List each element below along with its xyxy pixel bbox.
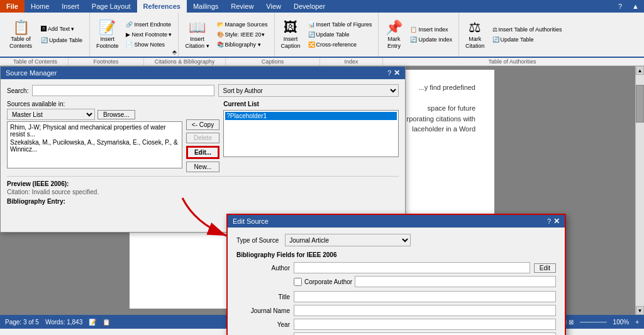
bibliography-btn[interactable]: 📚 Bibliography ▾ bbox=[214, 40, 270, 49]
year-input[interactable] bbox=[294, 319, 556, 330]
mark-entry-big-btn[interactable]: 📌 MarkEntry bbox=[382, 18, 405, 51]
toc-big-btn[interactable]: 📋 Table ofContents bbox=[6, 18, 35, 52]
scrollbar-vertical[interactable]: ▲ ▼ bbox=[635, 66, 644, 315]
insert-caption-big-btn[interactable]: 🖼 InsertCaption bbox=[279, 18, 303, 51]
ribbon-group-labels: Table of Contents Footnotes Citations & … bbox=[0, 58, 644, 66]
master-list-select: Master List Browse... bbox=[7, 109, 182, 120]
scrollbar-thumb[interactable] bbox=[636, 85, 644, 123]
source-manager-body: Search: Sort by Author Sources available… bbox=[1, 79, 405, 232]
scroll-down-btn[interactable]: ▼ bbox=[636, 306, 644, 315]
close-edit-icon[interactable]: ✕ bbox=[553, 217, 560, 226]
show-notes-btn[interactable]: 📄 Show Notes bbox=[123, 40, 174, 49]
browse-btn[interactable]: Browse... bbox=[97, 110, 135, 119]
spell-check-icon[interactable]: 📝 bbox=[89, 319, 96, 326]
tab-home[interactable]: Home bbox=[25, 0, 55, 13]
current-source-1[interactable]: ?Placeholder1 bbox=[225, 112, 397, 120]
edit-source-dialog: Edit Source ? ✕ Type of Source Journal A… bbox=[226, 214, 566, 335]
endnote-icon: 🔗 bbox=[126, 21, 133, 28]
corporate-author-label: Corporate Author bbox=[304, 278, 352, 285]
group-label-index: Index bbox=[320, 58, 383, 65]
group-label-footnotes: Footnotes bbox=[69, 58, 144, 65]
help-dialog-icon[interactable]: ? bbox=[387, 69, 391, 77]
tab-review[interactable]: Review bbox=[225, 0, 260, 13]
sort-select[interactable]: Sort by Author bbox=[218, 84, 399, 97]
edit-source-title: Edit Source bbox=[233, 217, 269, 225]
next-footnote-btn[interactable]: ▶ Next Footnote ▾ bbox=[123, 30, 174, 39]
tab-mailings[interactable]: Mailings bbox=[187, 0, 225, 13]
scroll-up-btn[interactable]: ▲ bbox=[636, 66, 644, 75]
master-source-1[interactable]: Rhim, J-W; Physical and mechanical prope… bbox=[9, 123, 180, 138]
preview-label: Preview (IEEE 2006): bbox=[7, 180, 399, 187]
title-label: Title bbox=[236, 294, 290, 300]
master-list-box[interactable]: Rhim, J-W; Physical and mechanical prope… bbox=[7, 121, 182, 168]
add-text-btn[interactable]: 🅰 Add Text ▾ bbox=[38, 24, 86, 34]
help-edit-icon[interactable]: ? bbox=[547, 217, 551, 225]
master-list-dropdown[interactable]: Master List bbox=[7, 109, 95, 120]
ribbon-tabs: File Home Insert Page Layout References … bbox=[0, 0, 644, 13]
mark-citation-big-btn[interactable]: ⚖ MarkCitation bbox=[463, 18, 487, 51]
source-manager-titlebar: Source Manager ? ✕ bbox=[1, 67, 405, 79]
master-source-2[interactable]: Szekalska, M., Puciłowska, A., Szymańska… bbox=[9, 138, 180, 153]
zoom-slider[interactable]: ────── bbox=[580, 319, 607, 326]
copy-delete-btns: <- Copy Delete Edit... New... bbox=[186, 101, 219, 172]
tab-insert[interactable]: Insert bbox=[55, 0, 86, 13]
mark-citation-icon: ⚖ bbox=[469, 19, 481, 36]
insert-index-btn[interactable]: 📋 Insert Index bbox=[408, 25, 455, 34]
edit-titlebar-btns: ? ✕ bbox=[547, 217, 560, 226]
tab-page-layout[interactable]: Page Layout bbox=[86, 0, 137, 13]
group-label-toc: Table of Contents bbox=[3, 58, 69, 65]
master-list-header: Sources available in: bbox=[7, 101, 182, 107]
search-input[interactable] bbox=[32, 85, 214, 96]
close-source-manager-icon[interactable]: ✕ bbox=[394, 69, 400, 77]
insert-citation-big-btn[interactable]: 📖 InsertCitation ▾ bbox=[182, 18, 211, 51]
tab-view[interactable]: View bbox=[260, 0, 287, 13]
author-label: Author bbox=[236, 265, 290, 272]
bibliography-icon: 📚 bbox=[217, 41, 224, 48]
journal-row: Journal Name bbox=[236, 305, 556, 316]
tab-references[interactable]: References bbox=[137, 0, 187, 13]
tab-developer[interactable]: Developer bbox=[287, 0, 331, 13]
manage-sources-btn[interactable]: 📂 Manage Sources bbox=[214, 20, 270, 29]
zoom-level: 100% bbox=[613, 319, 630, 326]
page-info: Page: 3 of 5 bbox=[5, 319, 39, 326]
insert-table-figures-btn[interactable]: 📊 Insert Table of Figures bbox=[306, 20, 375, 29]
preview-section: Preview (IEEE 2006): Citation: Invalid s… bbox=[7, 176, 399, 212]
update-table-toc-btn[interactable]: 🔄 Update Table bbox=[38, 35, 86, 45]
author-input[interactable] bbox=[294, 262, 530, 273]
new-btn[interactable]: New... bbox=[186, 162, 219, 172]
bib-fields-label: Bibliography Fields for IEEE 2006 bbox=[236, 251, 556, 258]
track-changes-icon[interactable]: 📋 bbox=[103, 319, 110, 326]
group-index: 📌 MarkEntry 📋 Insert Index 🔄 Update Inde… bbox=[379, 13, 459, 57]
insert-toa-icon: ⚖ bbox=[492, 26, 497, 33]
zoom-in-icon[interactable]: + bbox=[635, 319, 639, 326]
minimize-ribbon-icon[interactable]: ▲ bbox=[627, 0, 644, 13]
update-index-btn[interactable]: 🔄 Update Index bbox=[408, 35, 455, 44]
copy-btn[interactable]: <- Copy bbox=[186, 119, 219, 130]
current-list-box[interactable]: ?Placeholder1 bbox=[223, 110, 399, 157]
title-row: Title bbox=[236, 291, 556, 302]
delete-btn[interactable]: Delete bbox=[186, 133, 219, 143]
style-btn[interactable]: 🎨 Style: IEEE 20▾ bbox=[214, 30, 270, 39]
title-input[interactable] bbox=[294, 291, 556, 302]
group-label-captions: Captions bbox=[226, 58, 320, 65]
author-edit-btn[interactable]: Edit bbox=[534, 263, 556, 273]
bibliography-label: Bibliography Entry: bbox=[7, 198, 399, 205]
update-table-cap-btn[interactable]: 🔄 Update Table bbox=[306, 30, 375, 39]
insert-toa-btn[interactable]: ⚖ Insert Table of Authorities bbox=[490, 25, 565, 34]
insert-endnote-btn[interactable]: 🔗 Insert Endnote bbox=[123, 20, 174, 29]
type-source-select[interactable]: Journal Article bbox=[285, 234, 411, 246]
corporate-author-input[interactable] bbox=[355, 276, 556, 287]
tab-file[interactable]: File bbox=[0, 0, 25, 13]
edit-source-body: Type of Source Journal Article Bibliogra… bbox=[228, 228, 565, 335]
edit-btn[interactable]: Edit... bbox=[186, 146, 219, 159]
update-toa-btn[interactable]: 🔄 Update Table bbox=[490, 35, 565, 44]
ribbon: File Home Insert Page Layout References … bbox=[0, 0, 644, 66]
pages-input[interactable] bbox=[294, 332, 556, 335]
corporate-author-checkbox[interactable] bbox=[294, 278, 302, 286]
insert-footnote-big-btn[interactable]: 📝 InsertFootnote bbox=[94, 18, 121, 51]
source-manager-title: Source Manager bbox=[6, 69, 57, 77]
footnotes-dialog-launcher[interactable]: ⬘ bbox=[172, 49, 177, 55]
help-icon[interactable]: ? bbox=[613, 0, 627, 13]
cross-reference-btn[interactable]: 🔀 Cross-reference bbox=[306, 40, 375, 49]
journal-input[interactable] bbox=[294, 305, 556, 316]
